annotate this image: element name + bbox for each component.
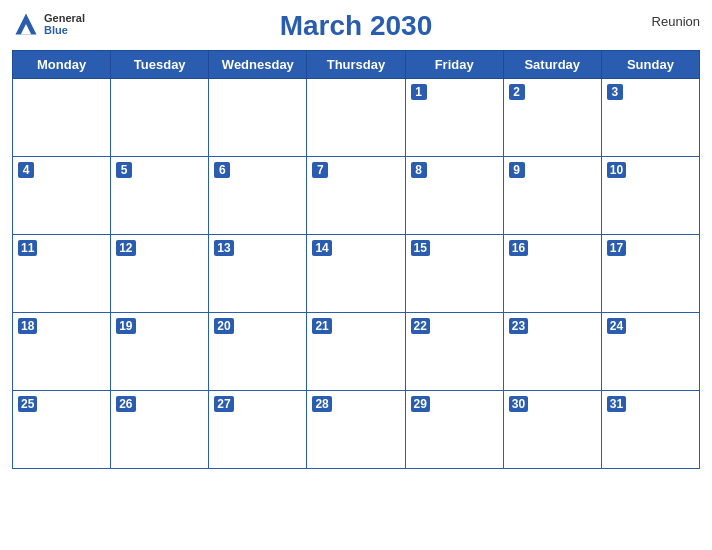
day-number-26: 26 [116, 396, 135, 412]
day-cell-21: 21 [307, 313, 405, 391]
day-number-11: 11 [18, 240, 37, 256]
day-number-20: 20 [214, 318, 233, 334]
day-cell-23: 23 [503, 313, 601, 391]
day-cell-17: 17 [601, 235, 699, 313]
day-number-30: 30 [509, 396, 528, 412]
day-number-2: 2 [509, 84, 525, 100]
header-sunday: Sunday [601, 51, 699, 79]
day-cell-9: 9 [503, 157, 601, 235]
day-number-13: 13 [214, 240, 233, 256]
logo-text: General Blue [44, 12, 85, 36]
day-cell-20: 20 [209, 313, 307, 391]
weekday-header-row: Monday Tuesday Wednesday Thursday Friday… [13, 51, 700, 79]
header-monday: Monday [13, 51, 111, 79]
header-tuesday: Tuesday [111, 51, 209, 79]
day-cell-15: 15 [405, 235, 503, 313]
calendar-container: General Blue March 2030 Reunion Monday T… [0, 0, 712, 550]
day-cell-2: 2 [503, 79, 601, 157]
day-number-23: 23 [509, 318, 528, 334]
calendar-thead: Monday Tuesday Wednesday Thursday Friday… [13, 51, 700, 79]
day-cell-7: 7 [307, 157, 405, 235]
day-cell-6: 6 [209, 157, 307, 235]
day-cell-29: 29 [405, 391, 503, 469]
region-label: Reunion [652, 14, 700, 29]
week-row-4: 18192021222324 [13, 313, 700, 391]
day-number-25: 25 [18, 396, 37, 412]
day-number-14: 14 [312, 240, 331, 256]
day-cell-3: 3 [601, 79, 699, 157]
day-number-27: 27 [214, 396, 233, 412]
day-number-17: 17 [607, 240, 626, 256]
day-number-10: 10 [607, 162, 626, 178]
day-number-3: 3 [607, 84, 623, 100]
day-number-21: 21 [312, 318, 331, 334]
day-number-28: 28 [312, 396, 331, 412]
day-cell-10: 10 [601, 157, 699, 235]
day-number-8: 8 [411, 162, 427, 178]
calendar-header: General Blue March 2030 Reunion [12, 10, 700, 42]
calendar-grid: Monday Tuesday Wednesday Thursday Friday… [12, 50, 700, 469]
day-cell-18: 18 [13, 313, 111, 391]
header-saturday: Saturday [503, 51, 601, 79]
day-number-6: 6 [214, 162, 230, 178]
empty-cell [307, 79, 405, 157]
week-row-2: 45678910 [13, 157, 700, 235]
day-number-4: 4 [18, 162, 34, 178]
day-number-16: 16 [509, 240, 528, 256]
day-cell-30: 30 [503, 391, 601, 469]
day-number-24: 24 [607, 318, 626, 334]
empty-cell [13, 79, 111, 157]
day-number-31: 31 [607, 396, 626, 412]
logo-area: General Blue [12, 10, 85, 38]
day-cell-31: 31 [601, 391, 699, 469]
day-cell-4: 4 [13, 157, 111, 235]
day-cell-11: 11 [13, 235, 111, 313]
day-cell-8: 8 [405, 157, 503, 235]
empty-cell [111, 79, 209, 157]
day-number-12: 12 [116, 240, 135, 256]
day-cell-1: 1 [405, 79, 503, 157]
day-cell-13: 13 [209, 235, 307, 313]
day-number-5: 5 [116, 162, 132, 178]
day-number-7: 7 [312, 162, 328, 178]
day-number-9: 9 [509, 162, 525, 178]
day-number-19: 19 [116, 318, 135, 334]
day-cell-16: 16 [503, 235, 601, 313]
day-cell-12: 12 [111, 235, 209, 313]
day-cell-27: 27 [209, 391, 307, 469]
week-row-5: 25262728293031 [13, 391, 700, 469]
header-thursday: Thursday [307, 51, 405, 79]
header-wednesday: Wednesday [209, 51, 307, 79]
calendar-title: March 2030 [280, 10, 433, 42]
day-number-1: 1 [411, 84, 427, 100]
day-cell-14: 14 [307, 235, 405, 313]
header-friday: Friday [405, 51, 503, 79]
day-cell-5: 5 [111, 157, 209, 235]
logo-blue-text: Blue [44, 24, 85, 36]
day-number-15: 15 [411, 240, 430, 256]
day-number-18: 18 [18, 318, 37, 334]
logo-general-text: General [44, 12, 85, 24]
week-row-3: 11121314151617 [13, 235, 700, 313]
day-number-22: 22 [411, 318, 430, 334]
day-cell-28: 28 [307, 391, 405, 469]
generalblue-logo-icon [12, 10, 40, 38]
day-cell-24: 24 [601, 313, 699, 391]
day-cell-22: 22 [405, 313, 503, 391]
empty-cell [209, 79, 307, 157]
week-row-1: 123 [13, 79, 700, 157]
day-cell-26: 26 [111, 391, 209, 469]
calendar-body: 1234567891011121314151617181920212223242… [13, 79, 700, 469]
day-cell-19: 19 [111, 313, 209, 391]
day-number-29: 29 [411, 396, 430, 412]
day-cell-25: 25 [13, 391, 111, 469]
